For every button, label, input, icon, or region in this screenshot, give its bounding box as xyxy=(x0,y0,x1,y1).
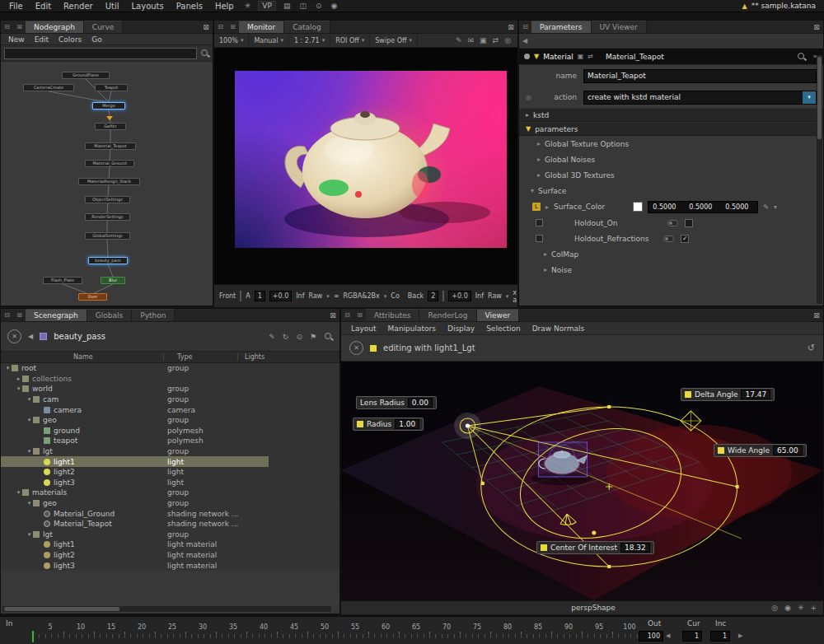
close-icon[interactable]: ⊠ xyxy=(504,21,517,33)
search-icon[interactable] xyxy=(200,49,209,58)
step-back-icon[interactable]: ◀ xyxy=(666,632,670,639)
exposure-value[interactable]: 1 xyxy=(255,291,265,301)
wide-angle-label[interactable]: Wide Angle 65.00 xyxy=(714,444,807,457)
group-global-3d-textures[interactable]: ▸Global 3D Textures xyxy=(519,167,823,183)
increment-field[interactable]: 1 xyxy=(710,631,730,642)
tab-curve[interactable]: Curve xyxy=(84,21,124,33)
monitor-canvas[interactable] xyxy=(214,48,517,284)
menu-util[interactable]: Util xyxy=(100,2,125,11)
group-global-texture-options[interactable]: ▸Global Texture Options xyxy=(519,136,823,152)
panel-split-icon[interactable]: ⊞ xyxy=(227,21,239,33)
flag-icon[interactable]: ⚑ xyxy=(310,333,316,341)
tree-row-light3[interactable]: light3light xyxy=(1,478,339,488)
tree-row-light1[interactable]: light1light xyxy=(1,456,339,467)
param-box-icon[interactable] xyxy=(536,235,543,242)
disk-icon[interactable]: ◫ xyxy=(295,2,311,10)
node-search-input[interactable] xyxy=(4,48,197,59)
printer-icon[interactable]: ▤ xyxy=(279,2,295,10)
color-swatch[interactable] xyxy=(633,202,643,212)
tree-row-camera[interactable]: cameracamera xyxy=(1,404,339,415)
edit-pen-icon[interactable]: ✎ xyxy=(763,203,769,211)
menu-edit[interactable]: Edit xyxy=(30,2,57,11)
menu-layouts[interactable]: Layouts xyxy=(126,2,170,11)
panel-split-icon[interactable]: ⊞ xyxy=(13,21,26,33)
swipe-select[interactable]: Swipe Off▾ xyxy=(370,34,418,47)
inf-label[interactable]: Inf xyxy=(296,292,304,300)
node-merge[interactable]: Merge xyxy=(92,102,125,110)
frame-tick[interactable]: 90 xyxy=(564,623,573,631)
update-mode-select[interactable]: Manual▾ xyxy=(249,34,289,47)
collapsed-icon[interactable]: ▸ xyxy=(545,203,549,211)
power-icon[interactable]: ⊙ xyxy=(311,2,326,10)
holdout-refractions-checkbox[interactable]: ✓ xyxy=(681,235,689,243)
close-icon[interactable]: ⊠ xyxy=(810,21,823,33)
tab-nodegraph[interactable]: Nodegraph xyxy=(26,21,84,33)
add-icon[interactable]: + xyxy=(810,604,817,612)
node-color-chip[interactable] xyxy=(524,54,530,59)
ng-menu-new[interactable]: New xyxy=(4,35,29,44)
node-over[interactable]: Over xyxy=(78,293,107,301)
frame-tick[interactable]: 5 xyxy=(48,623,52,631)
back-buffer-value[interactable]: 2 xyxy=(428,291,438,301)
tab-monitor[interactable]: Monitor xyxy=(239,21,284,33)
node-name-input[interactable] xyxy=(583,69,817,83)
tree-row-materials-geo[interactable]: ▾geogroup xyxy=(1,498,339,509)
tree-row-materials-lgt[interactable]: ▾lgtgroup xyxy=(1,530,339,540)
frame-tick[interactable]: 40 xyxy=(260,623,268,631)
parameters-scrollbar[interactable] xyxy=(817,55,822,304)
tab-viewer[interactable]: Viewer xyxy=(477,309,520,321)
holdout-on-toggle[interactable] xyxy=(667,220,678,226)
vp-toggle[interactable]: VP xyxy=(258,1,276,11)
panel-menu-icon[interactable]: ⊟ xyxy=(519,21,531,33)
group-colmap[interactable]: ▸ColMap xyxy=(519,246,823,262)
tree-row-geo[interactable]: ▾geogroup xyxy=(1,415,339,426)
expand-node-icon[interactable]: ▼ xyxy=(534,53,539,60)
tab-uv-viewer[interactable]: UV Viewer xyxy=(592,21,647,33)
color-mode-label[interactable]: Co xyxy=(391,292,399,300)
refresh-icon[interactable]: ↻ xyxy=(283,333,289,341)
frame-tick[interactable]: 35 xyxy=(229,623,237,631)
out-frame-field[interactable]: 100 xyxy=(639,631,663,642)
tab-catalog[interactable]: Catalog xyxy=(284,21,330,33)
group-surface[interactable]: ▾Surface xyxy=(519,183,823,198)
search-icon[interactable] xyxy=(324,332,333,341)
teapot-object[interactable] xyxy=(538,442,587,477)
node-rendersettings[interactable]: RenderSettings xyxy=(85,213,130,221)
viewer-menu-display[interactable]: Display xyxy=(442,324,480,333)
frame-tick[interactable]: 80 xyxy=(503,623,512,631)
zoom-select[interactable]: 100%▾ xyxy=(214,34,249,47)
panel-split-icon[interactable]: ⊞ xyxy=(13,309,26,321)
frame-tick[interactable]: 75 xyxy=(473,623,481,631)
frame-tick[interactable]: 20 xyxy=(138,623,146,631)
lens-radius-label[interactable]: Lens Radius 0.00 xyxy=(356,396,437,409)
panel-menu-icon[interactable]: ⊟ xyxy=(1,309,13,321)
chevron-down-icon[interactable]: ▾ xyxy=(774,203,777,211)
node-beauty-pass[interactable]: beauty_pass xyxy=(88,257,128,264)
playhead[interactable] xyxy=(32,631,34,642)
exposure-offset[interactable]: +0.0 xyxy=(269,291,292,301)
viewer-menu-selection[interactable]: Selection xyxy=(481,324,525,333)
close-icon[interactable]: ⊠ xyxy=(199,21,213,33)
node-cameracreate[interactable]: CameraCreate xyxy=(23,84,74,91)
snapshot-icon[interactable]: ▣ xyxy=(480,36,487,44)
group-global-noises[interactable]: ▸Global Noises xyxy=(519,152,823,167)
frame-tick[interactable]: 50 xyxy=(321,623,329,631)
frame-tick[interactable]: 10 xyxy=(77,623,85,631)
node-blur[interactable]: Blur xyxy=(101,277,125,284)
tree-row-lightmat3[interactable]: light3light material xyxy=(1,560,339,571)
frame-tick[interactable]: 30 xyxy=(199,623,207,631)
frame-tick[interactable]: 70 xyxy=(442,623,451,631)
ng-menu-edit[interactable]: Edit xyxy=(30,35,53,44)
front-thumbnail[interactable] xyxy=(240,291,241,301)
tree-row-lightmat1[interactable]: light1light material xyxy=(1,539,339,550)
ng-menu-go[interactable]: Go xyxy=(87,35,105,44)
node-material-ground[interactable]: Material_Ground xyxy=(85,160,134,167)
viewer-3d-viewport[interactable]: Lens Radius 0.00 Radius 1.00 Delta Angle… xyxy=(341,362,823,600)
param-state-icon[interactable]: ◎ xyxy=(526,94,534,101)
frame-tick[interactable]: 60 xyxy=(382,623,390,631)
ng-menu-colors[interactable]: Colors xyxy=(54,35,86,44)
back-inf-label[interactable]: Inf xyxy=(475,292,484,300)
param-box-icon[interactable] xyxy=(536,219,543,226)
tree-row-lgt[interactable]: ▾lgtgroup xyxy=(1,446,339,457)
tree-row-root[interactable]: ▾rootgroup xyxy=(1,363,339,374)
